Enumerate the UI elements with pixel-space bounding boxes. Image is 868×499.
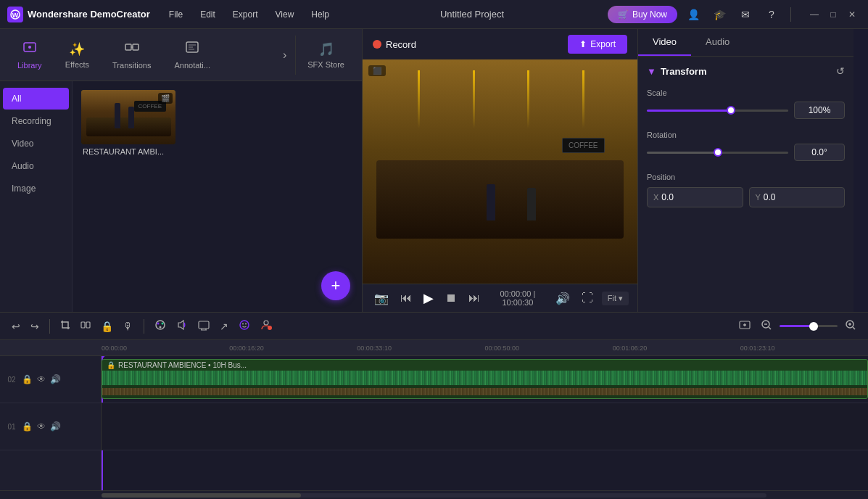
svg-point-10 xyxy=(157,323,160,325)
tab-audio-props[interactable]: Audio xyxy=(691,29,744,56)
menu-items: File Edit Export View Help xyxy=(162,7,336,22)
rotation-label: Rotation xyxy=(647,131,845,139)
video-clip[interactable]: 🔒 RESTAURANT AMBIENCE • 10H Bus... xyxy=(102,359,868,399)
transform-title: ▼ Transform xyxy=(647,66,706,77)
y-position-field[interactable]: Y 0.0 xyxy=(749,187,846,207)
tab-video-props[interactable]: Video xyxy=(638,29,691,56)
tab-transitions-label: Transitions xyxy=(112,61,151,70)
graduation-icon[interactable]: 🎓 xyxy=(709,4,729,25)
track-lock-icon-2[interactable]: 🔒 xyxy=(22,374,33,384)
lock-button[interactable]: 🔒 xyxy=(98,318,116,335)
help-icon[interactable]: ? xyxy=(761,4,782,25)
clip-audio-row xyxy=(102,385,867,398)
fit-dropdown[interactable]: Fit ▾ xyxy=(602,292,629,305)
time-display: 00:00:00 | 10:00:30 xyxy=(489,289,547,307)
sidebar-item-audio[interactable]: Audio xyxy=(3,155,69,177)
rotation-control: 0.0° xyxy=(647,144,845,161)
rotation-slider[interactable] xyxy=(647,152,788,154)
minimize-button[interactable]: — xyxy=(806,6,823,23)
close-button[interactable]: ✕ xyxy=(843,6,861,23)
volume-button[interactable]: 🔊 xyxy=(553,290,573,307)
screen-record-btn[interactable] xyxy=(195,316,212,336)
menu-help[interactable]: Help xyxy=(304,7,336,22)
record-dot-icon xyxy=(373,40,381,49)
track-eye-icon-1[interactable]: 👁 xyxy=(37,421,46,432)
crop-button[interactable] xyxy=(57,317,73,335)
cursor-btn[interactable]: ↗ xyxy=(217,318,231,335)
export-button[interactable]: ⬆ Export xyxy=(568,35,627,54)
sidebar-item-all[interactable]: All xyxy=(3,88,69,110)
logo-icon: W xyxy=(7,7,23,22)
menu-file[interactable]: File xyxy=(162,7,190,22)
tab-annotations[interactable]: Annotati... xyxy=(162,34,222,75)
menu-view[interactable]: View xyxy=(268,7,302,22)
reset-transform-button[interactable]: ↺ xyxy=(836,65,845,77)
svg-point-16 xyxy=(245,323,247,325)
tab-effects[interactable]: ✨ Effects xyxy=(54,36,101,75)
tab-transitions[interactable]: Transitions xyxy=(101,34,162,75)
x-position-field[interactable]: X 0.0 xyxy=(647,187,743,207)
user-btn[interactable] xyxy=(257,316,275,336)
audio-btn[interactable] xyxy=(173,316,191,336)
zoom-slider[interactable] xyxy=(780,325,838,327)
color-btn[interactable] xyxy=(152,316,169,336)
track-eye-icon-2[interactable]: 👁 xyxy=(37,374,46,384)
tab-library[interactable]: Library xyxy=(6,34,54,75)
scale-value[interactable]: 100% xyxy=(794,102,845,119)
ruler-mark-1: 00:00:16:20 xyxy=(229,345,357,352)
video-preview: COFFEE ⬛ xyxy=(363,59,637,284)
clip-label: RESTAURANT AMBIENCE • 10H Bus... xyxy=(118,361,247,369)
fit-label: Fit xyxy=(608,294,616,302)
tab-sfx[interactable]: 🎵 SFX Store xyxy=(295,36,356,75)
maximize-button[interactable]: □ xyxy=(824,6,842,23)
svg-rect-5 xyxy=(133,44,139,50)
mail-icon[interactable]: ✉ xyxy=(735,4,756,25)
effects-icon: ✨ xyxy=(69,41,85,57)
track-audio-icon-1[interactable]: 🔊 xyxy=(50,421,61,432)
transform-label: Transform xyxy=(661,66,707,77)
svg-point-3 xyxy=(28,46,31,49)
library-content: All Recording Video Audio Image xyxy=(0,81,362,312)
buy-now-button[interactable]: 🛒 Buy Now xyxy=(608,6,677,23)
stop-button[interactable]: ⏹ xyxy=(442,290,460,306)
sidebar-item-image[interactable]: Image xyxy=(3,178,69,199)
timeline-right-controls xyxy=(736,316,859,336)
record-button[interactable]: Record xyxy=(373,39,416,50)
zoom-in-button[interactable] xyxy=(842,316,859,336)
add-track-button[interactable] xyxy=(736,316,753,336)
zoom-out-button[interactable] xyxy=(758,316,775,336)
time-total: 10:00:30 xyxy=(502,298,533,307)
account-icon[interactable]: 👤 xyxy=(683,4,703,25)
prev-frame-button[interactable]: ⏮ xyxy=(397,290,415,306)
rotation-property: Rotation 0.0° xyxy=(647,131,845,161)
screenshot-button[interactable]: 📷 xyxy=(371,290,392,307)
menu-export[interactable]: Export xyxy=(226,7,265,22)
svg-rect-4 xyxy=(125,44,131,50)
ruler-mark-4: 00:01:06:20 xyxy=(613,345,740,352)
next-frame-button[interactable]: ⏭ xyxy=(466,290,483,306)
fullscreen-button[interactable]: ⛶ xyxy=(579,290,596,306)
menu-edit[interactable]: Edit xyxy=(193,7,223,22)
position-label: Position xyxy=(647,173,845,181)
time-separator: | xyxy=(533,289,535,298)
media-item-restaurant[interactable]: COFFEE 🎬 RESTAURANT AMBI... xyxy=(81,90,175,156)
sidebar-item-recording[interactable]: Recording xyxy=(3,110,69,132)
app-logo: W Wondershare DemoCreator xyxy=(7,7,150,22)
split-button[interactable] xyxy=(78,317,94,335)
left-panel: Library ✨ Effects Transitions Annotati..… xyxy=(0,29,363,312)
svg-point-14 xyxy=(240,321,249,329)
add-media-button[interactable]: + xyxy=(321,271,350,300)
scroll-track[interactable] xyxy=(102,493,766,498)
redo-button[interactable]: ↪ xyxy=(28,318,42,335)
mic-button[interactable]: 🎙 xyxy=(120,318,136,335)
rotation-value[interactable]: 0.0° xyxy=(794,144,845,161)
sidebar-item-video[interactable]: Video xyxy=(3,133,69,154)
scale-slider[interactable] xyxy=(647,110,788,112)
project-title: Untitled Project xyxy=(348,9,596,20)
play-button[interactable]: ▶ xyxy=(421,289,437,308)
track-lock-icon-1[interactable]: 🔒 xyxy=(22,421,33,432)
emoji-btn[interactable] xyxy=(236,316,253,336)
undo-button[interactable]: ↩ xyxy=(9,318,23,335)
more-tabs-button[interactable]: › xyxy=(277,46,292,65)
track-audio-icon-2[interactable]: 🔊 xyxy=(50,374,61,384)
